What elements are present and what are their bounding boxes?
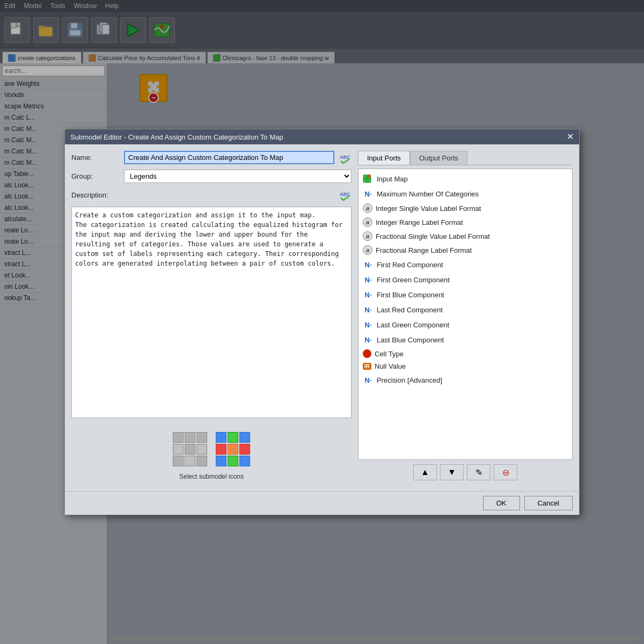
port-name: Cell Type bbox=[375, 350, 404, 358]
port-name: Integer Range Label Format bbox=[376, 218, 463, 226]
numeric-port-icon: N· bbox=[363, 289, 374, 300]
port-item[interactable]: N·First Green Component bbox=[358, 272, 572, 287]
port-item[interactable]: Input Map bbox=[358, 171, 572, 186]
port-item[interactable]: aFractional Range Label Format bbox=[358, 243, 572, 257]
name-row: Name: ABC bbox=[71, 151, 352, 164]
main-area: ave WeightsVorkdirscape Metricsm Calc L.… bbox=[0, 63, 644, 644]
edit-icon: ✎ bbox=[475, 467, 482, 478]
svg-point-20 bbox=[368, 175, 370, 178]
port-item[interactable]: N·Precision [Advanced] bbox=[358, 372, 572, 387]
numeric-port-icon: N· bbox=[363, 259, 374, 270]
ir-port-icon: IR bbox=[363, 363, 371, 370]
port-item[interactable]: aFractional Single Value Label Format bbox=[358, 229, 572, 243]
gray-icon-grid[interactable] bbox=[173, 432, 207, 466]
modal-overlay: Submodel Editor - Create And Assign Cust… bbox=[0, 0, 644, 644]
dialog-body: Name: ABC Group: LegendsCategoriesMapsAn… bbox=[65, 144, 579, 491]
icons-section: Select submodel icons bbox=[71, 423, 352, 485]
port-name: Last Blue Component bbox=[377, 336, 444, 344]
name-input[interactable] bbox=[124, 151, 334, 164]
dialog-footer: OK Cancel bbox=[65, 491, 579, 515]
port-item[interactable]: N·First Red Component bbox=[358, 257, 572, 272]
port-item[interactable]: N·Last Green Component bbox=[358, 317, 572, 332]
color-icon-grid[interactable] bbox=[216, 432, 250, 466]
numeric-port-icon: N· bbox=[363, 319, 374, 330]
ok-button[interactable]: OK bbox=[483, 496, 520, 510]
dialog-left-panel: Name: ABC Group: LegendsCategoriesMapsAn… bbox=[71, 151, 352, 485]
output-ports-tab[interactable]: Output Ports bbox=[410, 151, 467, 165]
ports-list: Input MapN·Maximum Number Of Categoriesa… bbox=[358, 169, 573, 460]
port-item[interactable]: N·Maximum Number Of Categories bbox=[358, 186, 572, 201]
up-arrow-icon: ▲ bbox=[421, 467, 429, 477]
port-name: Last Red Component bbox=[377, 306, 443, 314]
port-name: First Green Component bbox=[377, 276, 450, 284]
port-name: Null Value bbox=[375, 362, 406, 370]
alpha-port-icon: a bbox=[363, 245, 372, 255]
red-circle-port-icon bbox=[363, 349, 371, 358]
port-item[interactable]: aInteger Single Value Label Format bbox=[358, 201, 572, 215]
move-down-button[interactable]: ▼ bbox=[440, 464, 464, 480]
description-label: Description: bbox=[71, 191, 120, 199]
dialog-close-button[interactable]: ✕ bbox=[567, 133, 574, 141]
description-row-header: Description: ABC bbox=[71, 188, 352, 201]
icons-label: Select submodel icons bbox=[179, 473, 244, 480]
cancel-button[interactable]: Cancel bbox=[524, 496, 573, 510]
ports-tabs: Input Ports Output Ports bbox=[358, 151, 573, 165]
alpha-port-icon: a bbox=[363, 217, 372, 227]
numeric-port-icon: N· bbox=[363, 188, 374, 199]
port-name: Integer Single Value Label Format bbox=[376, 204, 481, 213]
dialog-right-panel: Input Ports Output Ports Input MapN·Maxi… bbox=[358, 151, 573, 485]
ports-actions: ▲ ▼ ✎ ⊖ bbox=[358, 460, 573, 485]
port-item[interactable]: N·First Blue Component bbox=[358, 287, 572, 302]
numeric-port-icon: N· bbox=[363, 334, 374, 345]
group-label: Group: bbox=[71, 172, 120, 180]
dialog-title: Submodel Editor - Create And Assign Cust… bbox=[70, 133, 283, 141]
port-item[interactable]: N·Last Red Component bbox=[358, 302, 572, 317]
port-name: Precision [Advanced] bbox=[377, 376, 442, 384]
name-label: Name: bbox=[71, 153, 120, 162]
delete-icon: ⊖ bbox=[502, 467, 509, 478]
port-name: First Blue Component bbox=[377, 291, 444, 299]
numeric-port-icon: N· bbox=[363, 274, 374, 285]
port-name: Input Map bbox=[377, 175, 408, 183]
delete-port-button[interactable]: ⊖ bbox=[494, 464, 517, 480]
group-row: Group: LegendsCategoriesMapsAnalysis bbox=[71, 170, 352, 183]
map-port-icon bbox=[363, 173, 374, 184]
alpha-port-icon: a bbox=[363, 203, 372, 213]
dialog-title-bar: Submodel Editor - Create And Assign Cust… bbox=[65, 129, 579, 144]
port-name: First Red Component bbox=[377, 261, 443, 269]
numeric-port-icon: N· bbox=[363, 375, 374, 385]
down-arrow-icon: ▼ bbox=[448, 467, 456, 477]
port-item[interactable]: Cell Type bbox=[358, 347, 572, 360]
input-ports-tab[interactable]: Input Ports bbox=[358, 151, 410, 165]
port-name: Fractional Single Value Label Format bbox=[376, 232, 490, 240]
port-item[interactable]: N·Last Blue Component bbox=[358, 332, 572, 347]
port-item[interactable]: IRNull Value bbox=[358, 360, 572, 372]
group-select[interactable]: LegendsCategoriesMapsAnalysis bbox=[124, 170, 352, 183]
desc-abc-check-icon: ABC bbox=[339, 188, 352, 201]
submodel-editor-dialog: Submodel Editor - Create And Assign Cust… bbox=[64, 129, 580, 515]
description-area bbox=[71, 207, 352, 418]
alpha-port-icon: a bbox=[363, 231, 372, 241]
port-name: Fractional Range Label Format bbox=[376, 246, 472, 254]
port-name: Maximum Number Of Categories bbox=[377, 190, 479, 198]
port-item[interactable]: aInteger Range Label Format bbox=[358, 215, 572, 229]
move-up-button[interactable]: ▲ bbox=[413, 464, 437, 480]
edit-port-button[interactable]: ✎ bbox=[467, 464, 491, 480]
port-name: Last Green Component bbox=[377, 321, 449, 329]
abc-check-icon: ABC bbox=[339, 151, 352, 164]
description-textarea[interactable] bbox=[71, 207, 352, 418]
numeric-port-icon: N· bbox=[363, 304, 374, 315]
